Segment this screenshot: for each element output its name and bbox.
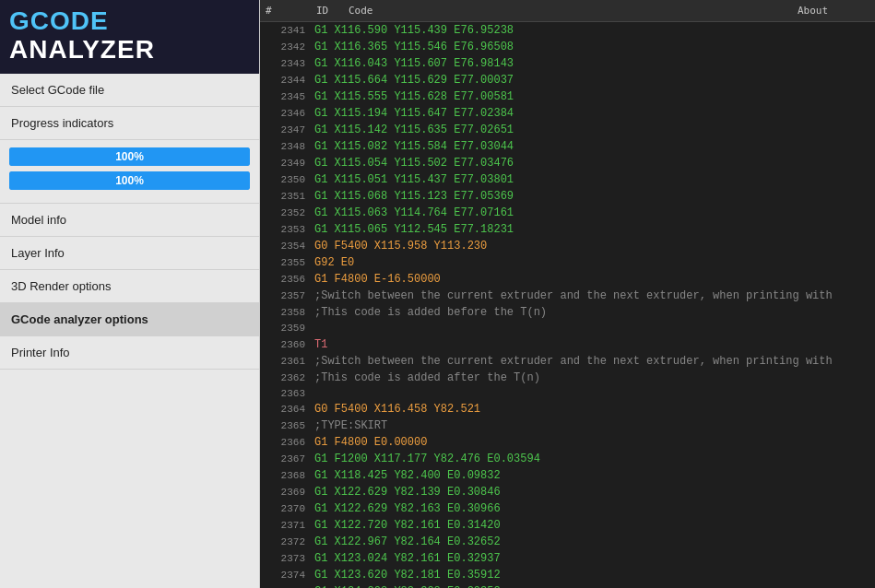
table-row: 2365;TYPE:SKIRT [260, 417, 875, 434]
code-header: # ID Code About [260, 0, 875, 22]
table-row: 2349G1 X115.054 Y115.502 E77.03476 [260, 155, 875, 171]
table-row: 2364G0 F5400 X116.458 Y82.521 [260, 401, 875, 417]
code-line-text: G1 X115.065 Y112.545 E77.18231 [311, 221, 875, 238]
table-row: 2363 [260, 386, 875, 402]
code-line-text: ;This code is added before the T(n) [311, 304, 875, 321]
code-line-text: G1 X115.051 Y115.437 E77.03801 [311, 171, 875, 188]
table-row: 2371G1 X122.720 Y82.161 E0.31420 [260, 517, 875, 534]
header-line-col: # [260, 3, 311, 18]
code-line-text: ;Switch between the current extruder and… [311, 288, 875, 304]
line-number: 2371 [260, 518, 311, 534]
table-row: 2353G1 X115.065 Y112.545 E77.18231 [260, 221, 875, 238]
header-code-col: Code [343, 3, 792, 18]
code-line-text: G1 X115.068 Y115.123 E77.05369 [311, 188, 875, 205]
code-line-text: ;This code is added after the T(n) [311, 370, 875, 386]
code-line-text: G1 F1200 X117.177 Y82.476 E0.03594 [311, 451, 875, 467]
code-line-text: G1 X123.620 Y82.181 E0.35912 [311, 567, 875, 583]
line-number: 2361 [260, 354, 311, 370]
line-number: 2344 [260, 73, 311, 88]
sidebar-item-select-file[interactable]: Select GCode file [0, 74, 259, 107]
line-number: 2354 [260, 239, 311, 254]
table-row: 2360T1 [260, 336, 875, 353]
code-table[interactable]: 2341G1 X116.590 Y115.439 E76.952382342G1… [260, 22, 875, 588]
code-line-text: G1 X116.043 Y115.607 E76.98143 [311, 55, 875, 72]
table-row: 2347G1 X115.142 Y115.635 E77.02651 [260, 122, 875, 138]
line-number: 2363 [260, 386, 311, 402]
sidebar-item-label: GCode analyzer options [11, 312, 148, 326]
sidebar-item-label: Select GCode file [11, 83, 104, 97]
line-number: 2353 [260, 222, 311, 238]
sidebar-item-label: Printer Info [11, 346, 70, 359]
line-number: 2367 [260, 452, 311, 467]
code-line-text: G1 X123.024 Y82.161 E0.32937 [311, 550, 875, 567]
table-row: 2352G1 X115.063 Y114.764 E77.07161 [260, 205, 875, 221]
logo-area: GCODE ANALYZER [0, 0, 259, 74]
table-row: 2357;Switch between the current extruder… [260, 288, 875, 304]
table-row: 2351G1 X115.068 Y115.123 E77.05369 [260, 188, 875, 205]
line-number: 2373 [260, 551, 311, 567]
table-row: 2362;This code is added after the T(n) [260, 370, 875, 386]
code-line-text: G92 E0 [311, 254, 875, 271]
table-row: 2344G1 X115.664 Y115.629 E77.00037 [260, 72, 875, 88]
code-line-text: G0 F5400 X116.458 Y82.521 [311, 401, 875, 417]
code-line-text: G1 X115.142 Y115.635 E77.02651 [311, 122, 875, 138]
line-number: 2342 [260, 40, 311, 55]
table-row: 2358;This code is added before the T(n) [260, 304, 875, 321]
code-line-text: G1 X115.664 Y115.629 E77.00037 [311, 72, 875, 88]
line-number: 2341 [260, 23, 311, 39]
line-number: 2347 [260, 123, 311, 138]
table-row: 2354G0 F5400 X115.958 Y113.230 [260, 238, 875, 254]
progress-bar-1: 100% [9, 147, 250, 166]
header-about-col: About [792, 3, 875, 18]
line-number: 2365 [260, 418, 311, 434]
line-number: 2369 [260, 485, 311, 500]
line-number: 2355 [260, 255, 311, 271]
line-number: 2358 [260, 305, 311, 321]
code-line-text: G1 X115.555 Y115.628 E77.00581 [311, 88, 875, 105]
table-row: 2346G1 X115.194 Y115.647 E77.02384 [260, 105, 875, 122]
line-number: 2375 [260, 584, 311, 588]
line-number: 2362 [260, 370, 311, 386]
code-line-text: G1 X124.308 Y82.228 E0.39353 [311, 583, 875, 588]
line-number: 2366 [260, 435, 311, 451]
progress-bar-2: 100% [9, 171, 250, 190]
line-number: 2360 [260, 337, 311, 353]
line-number: 2345 [260, 89, 311, 105]
code-line-text: ;Switch between the current extruder and… [311, 353, 875, 370]
code-line-text: G1 X116.590 Y115.439 E76.95238 [311, 22, 875, 39]
line-number: 2359 [260, 321, 311, 336]
code-line-text: G1 X115.054 Y115.502 E77.03476 [311, 155, 875, 171]
code-line-text: ;TYPE:SKIRT [311, 417, 875, 434]
table-row: 2361;Switch between the current extruder… [260, 353, 875, 370]
code-line-text: G1 X122.967 Y82.164 E0.32652 [311, 534, 875, 550]
line-number: 2349 [260, 156, 311, 171]
line-number: 2372 [260, 535, 311, 550]
line-number: 2343 [260, 56, 311, 72]
sidebar-item-progress[interactable]: Progress indicators [0, 107, 259, 140]
sidebar-item-model-info[interactable]: Model info [0, 204, 259, 237]
logo-text: GCODE ANALYZER [9, 7, 155, 65]
header-id-col: ID [311, 3, 343, 18]
line-number: 2374 [260, 568, 311, 583]
code-line-text: G1 X115.194 Y115.647 E77.02384 [311, 105, 875, 122]
code-line-text: G0 F5400 X115.958 Y113.230 [311, 238, 875, 254]
sidebar-item-printer-info[interactable]: Printer Info [0, 336, 259, 370]
table-row: 2359 [260, 321, 875, 336]
logo-analyzer: ANALYZER [9, 35, 155, 64]
code-area: # ID Code About 2341G1 X116.590 Y115.439… [260, 0, 875, 588]
sidebar-item-3d-render[interactable]: 3D Render options [0, 270, 259, 303]
line-number: 2350 [260, 172, 311, 188]
sidebar-item-gcode-analyzer[interactable]: GCode analyzer options [0, 303, 259, 336]
table-row: 2356G1 F4800 E-16.50000 [260, 271, 875, 288]
code-line-text: G1 F4800 E0.00000 [311, 434, 875, 451]
sidebar-item-layer-info[interactable]: Layer Info [0, 237, 259, 270]
table-row: 2368G1 X118.425 Y82.400 E0.09832 [260, 467, 875, 484]
table-row: 2342G1 X116.365 Y115.546 E76.96508 [260, 39, 875, 55]
table-row: 2341G1 X116.590 Y115.439 E76.95238 [260, 22, 875, 39]
table-row: 2369G1 X122.629 Y82.139 E0.30846 [260, 484, 875, 500]
table-row: 2355G92 E0 [260, 254, 875, 271]
code-line-text: G1 X116.365 Y115.546 E76.96508 [311, 39, 875, 55]
sidebar: GCODE ANALYZER Select GCode file Progres… [0, 0, 260, 588]
code-line-text: G1 X115.063 Y114.764 E77.07161 [311, 205, 875, 221]
line-number: 2368 [260, 468, 311, 484]
